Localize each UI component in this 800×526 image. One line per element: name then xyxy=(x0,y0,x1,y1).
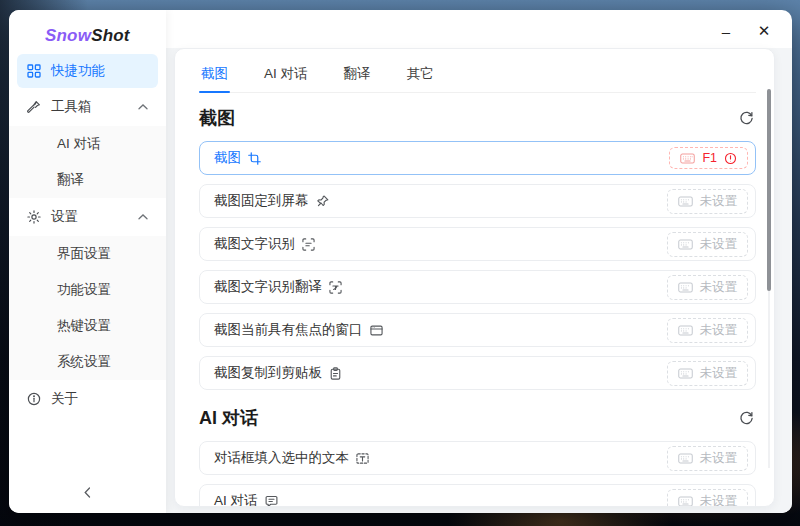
sidebar-item-toolbox[interactable]: 工具箱 xyxy=(17,90,158,124)
tab-translate[interactable]: 翻译 xyxy=(342,55,373,92)
row-label: 截图当前具有焦点的窗口 xyxy=(214,321,383,339)
sidebar-item-function-settings[interactable]: 功能设置 xyxy=(9,272,166,308)
gear-icon xyxy=(27,210,41,224)
hotkey-value-button[interactable]: 未设置 xyxy=(667,189,749,214)
row-label: 截图固定到屏幕 xyxy=(214,192,329,210)
warning-circle-icon[interactable] xyxy=(724,152,737,165)
pin-icon xyxy=(316,195,329,208)
hotkey-value-button[interactable]: 未设置 xyxy=(667,446,749,471)
chevron-left-icon xyxy=(84,484,91,502)
hotkey-unset-text: 未设置 xyxy=(700,236,738,253)
row-label: 截图文字识别 xyxy=(214,235,315,253)
ocr-icon xyxy=(302,238,315,251)
sidebar-item-quick-functions[interactable]: 快捷功能 xyxy=(17,54,158,88)
tab-other[interactable]: 其它 xyxy=(405,55,436,92)
keyboard-icon xyxy=(678,496,693,507)
keyboard-icon xyxy=(678,282,693,293)
row-label: 对话框填入选中的文本 xyxy=(214,449,369,467)
hotkey-value-button[interactable]: 未设置 xyxy=(667,275,749,300)
hotkey-value-button[interactable]: 未设置 xyxy=(667,318,749,343)
hotkey-unset-text: 未设置 xyxy=(700,322,738,339)
clipboard-icon xyxy=(329,367,342,380)
sidebar-item-label: 工具箱 xyxy=(51,98,92,116)
keyboard-icon xyxy=(680,153,695,164)
hotkey-unset-text: 未设置 xyxy=(700,193,738,210)
row-label-text: 截图当前具有焦点的窗口 xyxy=(214,321,363,339)
hotkey-unset-text: 未设置 xyxy=(700,365,738,382)
hotkey-row: 对话框填入选中的文本 未设置 xyxy=(199,441,756,475)
snowshot-window: – ✕ SnowShot 快捷功能 工具箱 AI 对话 xyxy=(9,10,792,513)
row-label: 截图文字识别翻译 xyxy=(214,278,342,296)
close-button[interactable]: ✕ xyxy=(750,18,778,44)
hotkey-value-button[interactable]: 未设置 xyxy=(667,232,749,257)
row-label-text: 截图复制到剪贴板 xyxy=(214,364,322,382)
row-label-text: AI 对话 xyxy=(214,492,258,507)
section-header-screenshot: 截图 xyxy=(199,106,756,130)
sidebar-item-label: 热键设置 xyxy=(57,317,111,335)
window-icon xyxy=(370,324,383,337)
hotkey-value-button[interactable]: F1 xyxy=(669,147,748,169)
scrollbar-thumb[interactable] xyxy=(767,89,771,291)
tab-screenshot[interactable]: 截图 xyxy=(199,55,230,92)
keyboard-icon xyxy=(678,453,693,464)
logo-part-snow: Snow xyxy=(45,26,91,45)
logo-part-shot: Shot xyxy=(91,26,130,45)
hotkey-row: 截图固定到屏幕 未设置 xyxy=(199,184,756,218)
keyboard-icon xyxy=(678,325,693,336)
ocr-translate-icon xyxy=(329,281,342,294)
sidebar-item-label: 翻译 xyxy=(57,171,84,189)
window-controls: – ✕ xyxy=(712,18,778,44)
row-label-text: 截图文字识别翻译 xyxy=(214,278,322,296)
tab-bar: 截图 AI 对话 翻译 其它 xyxy=(199,55,756,93)
grid-icon xyxy=(27,64,41,78)
sidebar-item-hotkey-settings[interactable]: 热键设置 xyxy=(9,308,166,344)
section-title: AI 对话 xyxy=(199,406,258,430)
sidebar-item-interface-settings[interactable]: 界面设置 xyxy=(9,236,166,272)
sidebar-item-label: 系统设置 xyxy=(57,353,111,371)
hotkey-row: 截图文字识别翻译 未设置 xyxy=(199,270,756,304)
chevron-up-icon xyxy=(138,104,148,110)
sidebar-item-label: 快捷功能 xyxy=(51,62,105,80)
row-label-text: 截图固定到屏幕 xyxy=(214,192,309,210)
app-logo: SnowShot xyxy=(9,10,166,46)
desktop-background: { "window": { "controls": { "minimize": … xyxy=(0,0,800,526)
hotkey-value-button[interactable]: 未设置 xyxy=(667,361,749,386)
sidebar-item-label: 界面设置 xyxy=(57,245,111,263)
sidebar-item-about[interactable]: 关于 xyxy=(17,382,158,416)
row-label: AI 对话 xyxy=(214,492,278,507)
hotkey-row: AI 对话 未设置 xyxy=(199,484,756,507)
hotkey-row: 截图文字识别 未设置 xyxy=(199,227,756,261)
main-area: 截图 AI 对话 翻译 其它 截图 截图 xyxy=(166,48,792,513)
chat-icon xyxy=(265,495,278,508)
sidebar-collapse-button[interactable] xyxy=(9,483,166,503)
sidebar-item-system-settings[interactable]: 系统设置 xyxy=(9,344,166,380)
sidebar-item-label: 功能设置 xyxy=(57,281,111,299)
keyboard-icon xyxy=(678,196,693,207)
sidebar-item-ai-chat[interactable]: AI 对话 xyxy=(9,126,166,162)
sidebar-item-settings[interactable]: 设置 xyxy=(17,200,158,234)
section-title: 截图 xyxy=(199,106,235,130)
tab-ai-chat[interactable]: AI 对话 xyxy=(262,55,310,92)
hotkey-text: F1 xyxy=(702,151,717,165)
reset-section-icon[interactable] xyxy=(737,109,756,128)
keyboard-icon xyxy=(678,368,693,379)
hotkey-row: 截图 F1 xyxy=(199,141,756,175)
row-label: 截图 xyxy=(214,149,261,167)
reset-section-icon[interactable] xyxy=(737,409,756,428)
sidebar-item-label: 关于 xyxy=(51,390,78,408)
keyboard-icon xyxy=(678,239,693,250)
row-label-text: 截图 xyxy=(214,149,241,167)
minimize-button[interactable]: – xyxy=(712,18,740,44)
sidebar: SnowShot 快捷功能 工具箱 AI 对话 xyxy=(9,10,166,513)
sidebar-item-label: AI 对话 xyxy=(57,135,101,153)
hotkey-row: 截图复制到剪贴板 未设置 xyxy=(199,356,756,390)
hotkey-row: 截图当前具有焦点的窗口 未设置 xyxy=(199,313,756,347)
hotkey-unset-text: 未设置 xyxy=(700,493,738,508)
row-label: 截图复制到剪贴板 xyxy=(214,364,342,382)
info-icon xyxy=(27,392,41,406)
row-label-text: 对话框填入选中的文本 xyxy=(214,449,349,467)
sidebar-item-translate[interactable]: 翻译 xyxy=(9,162,166,198)
screenshot-icon xyxy=(248,152,261,165)
hotkey-unset-text: 未设置 xyxy=(700,450,738,467)
hotkey-value-button[interactable]: 未设置 xyxy=(667,489,749,508)
